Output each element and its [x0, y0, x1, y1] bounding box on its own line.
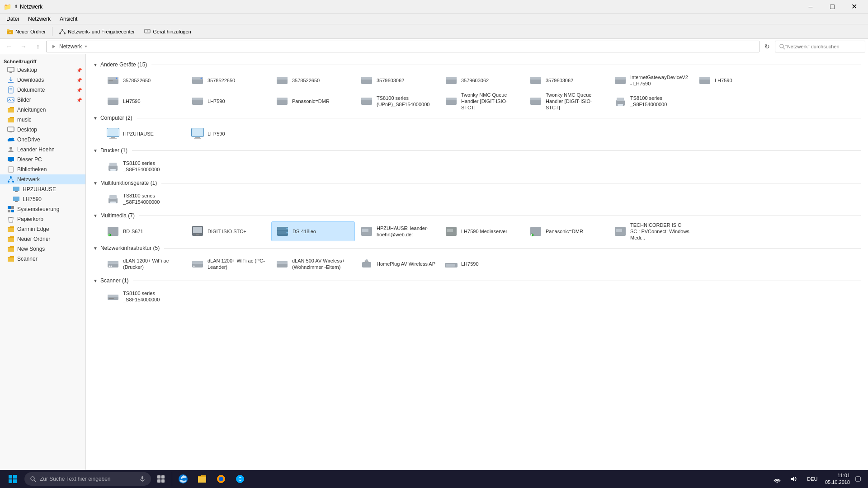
forward-button[interactable]: →	[17, 40, 30, 53]
multifunktion-header[interactable]: ▼ Multifunktionsgeräte (1)	[93, 180, 861, 186]
sidebar-item-lh7590[interactable]: LH7590	[0, 194, 85, 204]
netzwerk-freigabe-button[interactable]: Netzwerk- und Freigabecenter	[55, 26, 138, 37]
back-button[interactable]: ←	[3, 40, 15, 53]
taskbar-search-input[interactable]	[40, 476, 136, 482]
volume-button[interactable]	[787, 470, 800, 488]
list-item[interactable]: InternetGatewayDeviceV2 - LH7590	[609, 70, 693, 90]
list-item[interactable]: HPZUHAUSE	[102, 124, 186, 144]
list-item-selected[interactable]: DS-418leo	[271, 221, 355, 241]
list-item[interactable]: 3578522650	[187, 70, 270, 90]
list-item[interactable]: 3578522650	[102, 70, 186, 90]
list-item[interactable]: 3578522650	[271, 70, 355, 90]
sidebar-item-bilder[interactable]: Bilder 📌	[0, 95, 85, 105]
list-item[interactable]: 3579603062	[440, 70, 524, 90]
window-icon: 📁	[4, 3, 11, 10]
list-item[interactable]: LH7590 Mediaserver	[440, 221, 524, 241]
sidebar-item-scanner[interactable]: Scanner	[0, 254, 85, 264]
list-item[interactable]: Twonky NMC Queue Handler [DIGIT-ISIO-STC…	[440, 91, 524, 111]
list-item[interactable]: BD-S671	[102, 221, 186, 241]
list-item[interactable]: Panasonic=DMR	[271, 91, 355, 111]
list-item[interactable]: LH7590	[187, 91, 270, 111]
list-item[interactable]: TS8100 series _S8F154000000	[102, 156, 186, 176]
up-button[interactable]: ↑	[32, 40, 44, 53]
sidebar-schnellzugriff-header[interactable]: Schnellzugriff	[0, 56, 85, 65]
sidebar-item-downloads[interactable]: Downloads 📌	[0, 75, 85, 85]
task-view-button[interactable]	[152, 470, 170, 488]
pin-icon-3: 📌	[76, 88, 82, 93]
sidebar-item-systemsteuerung[interactable]: Systemsteuerung	[0, 204, 85, 214]
netzwerkinfra-header[interactable]: ▼ Netzwerkinfrastruktur (5)	[93, 245, 861, 251]
notifications-button[interactable]	[854, 470, 863, 488]
menu-ansicht[interactable]: Ansicht	[55, 14, 82, 24]
list-item[interactable]: dLAN 500 AV Wireless+ (Wohnzimmer -Elter…	[271, 254, 355, 274]
sidebar-item-leander[interactable]: Leander Hoehn	[0, 145, 85, 155]
list-item[interactable]: HPZUHAUSE: leander-hoehn@web.de:	[356, 221, 439, 241]
menu-datei[interactable]: Datei	[2, 14, 24, 24]
refresh-button[interactable]: ↻	[761, 41, 773, 52]
sidebar-item-onedrive[interactable]: OneDrive	[0, 135, 85, 145]
sidebar-item-new-songs[interactable]: New Songs	[0, 244, 85, 254]
item-label: InternetGatewayDeviceV2 - LH7590	[630, 74, 689, 87]
maximize-button[interactable]: □	[822, 0, 843, 14]
add-device-button[interactable]: + Gerät hinzufügen	[140, 26, 194, 37]
taskbar-search[interactable]	[24, 472, 151, 486]
folder-icon-music	[7, 117, 14, 123]
computer-header[interactable]: ▼ Computer (2)	[93, 115, 861, 121]
scanner-header[interactable]: ▼ Scanner (1)	[93, 277, 861, 284]
list-item[interactable]: Panasonic=DMR	[525, 221, 609, 241]
andere-geraete-header[interactable]: ▼ Andere Geräte (15)	[93, 61, 861, 68]
folder-icon-songs	[7, 246, 14, 252]
list-item[interactable]: 3579603062	[356, 70, 439, 90]
address-path[interactable]: Netzwerk	[46, 41, 760, 52]
list-item[interactable]: Twonky NMC Queue Handler [DIGIT-ISIO-STC…	[525, 91, 609, 111]
drucker-header[interactable]: ▼ Drucker (1)	[93, 147, 861, 154]
list-item[interactable]: 3579603062	[525, 70, 609, 90]
list-item[interactable]: LH7590	[187, 124, 270, 144]
clock[interactable]: 11:01 05.10.2018	[825, 472, 850, 486]
search-input[interactable]	[785, 44, 861, 49]
windows-logo-icon	[8, 474, 17, 483]
menu-netzwerk[interactable]: Netzwerk	[24, 14, 55, 24]
multimedia-header[interactable]: ▼ Multimedia (7)	[93, 212, 861, 219]
minimize-button[interactable]: –	[800, 0, 821, 14]
list-item[interactable]: dLAN 1200+ WiFi ac (PC-Leander)	[187, 254, 270, 274]
svg-rect-64	[615, 77, 626, 80]
edge-button[interactable]	[174, 470, 192, 488]
sidebar-item-music[interactable]: music	[0, 115, 85, 125]
svg-rect-38	[15, 201, 18, 202]
network-tray-button[interactable]	[771, 470, 783, 488]
list-item[interactable]: TECHNICORDER ISIO SC : PVConnect: Window…	[609, 221, 693, 241]
list-item[interactable]: LH7590	[102, 91, 186, 111]
list-item[interactable]: HomePlug AV Wireless AP	[356, 254, 439, 274]
list-item[interactable]: LH7590	[694, 70, 778, 90]
sidebar-item-desktop-main[interactable]: Desktop	[0, 125, 85, 135]
sidebar-item-desktop[interactable]: Desktop 📌	[0, 65, 85, 75]
sidebar-item-netzwerk[interactable]: Netzwerk	[0, 174, 85, 184]
list-item[interactable]: TS8100 series _S8F154000000	[102, 286, 186, 306]
list-item[interactable]: TS8100 series (UPnP)_S8F154000000	[356, 91, 439, 111]
sidebar-item-bibliotheken[interactable]: Bibliotheken	[0, 164, 85, 174]
close-button[interactable]: ✕	[844, 0, 864, 14]
new-folder-button[interactable]: + Neuer Ordner	[3, 26, 49, 37]
start-button[interactable]	[2, 470, 24, 488]
sidebar-item-hpzuhause[interactable]: HPZUHAUSE	[0, 184, 85, 194]
language-button[interactable]: DEU	[803, 470, 821, 488]
list-item[interactable]: DIGIT ISIO STC+	[187, 221, 270, 241]
explorer-button[interactable]	[193, 470, 211, 488]
list-item[interactable]: TS8100 series _S8F154000000	[102, 189, 186, 209]
firefox-button[interactable]	[212, 470, 230, 488]
list-item[interactable]: LH7590	[440, 254, 524, 274]
sidebar-item-garmin[interactable]: Garmin Edge	[0, 224, 85, 234]
sidebar-item-anleitungen[interactable]: Anleitungen	[0, 105, 85, 115]
sidebar-item-dieser-pc[interactable]: Dieser PC	[0, 155, 85, 164]
app-button[interactable]: C	[231, 470, 249, 488]
list-item[interactable]: TS8100 series _S8F154000000	[609, 91, 693, 111]
chevron-icon: ▼	[93, 62, 98, 67]
list-item[interactable]: dLAN 1200+ WiFi ac (Drucker)	[102, 254, 186, 274]
search-box[interactable]	[775, 41, 865, 52]
svg-marker-11	[85, 46, 87, 47]
sidebar-item-papierkorb[interactable]: Papierkorb	[0, 214, 85, 224]
server-icon	[528, 94, 543, 108]
sidebar-item-dokumente[interactable]: Dokumente 📌	[0, 85, 85, 95]
sidebar-item-neuer-ordner[interactable]: Neuer Ordner	[0, 234, 85, 244]
